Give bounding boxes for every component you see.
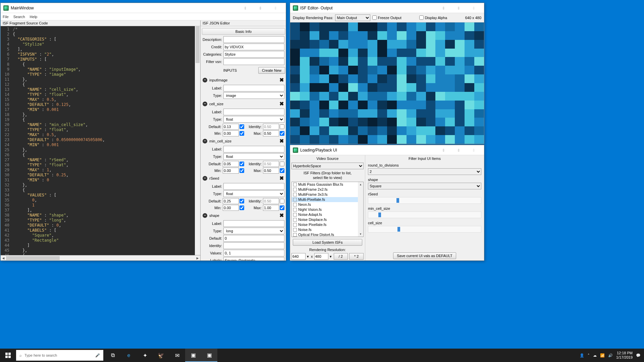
param-identity-input[interactable] xyxy=(263,198,279,204)
maximize-button[interactable]:  xyxy=(451,145,466,155)
param-cellsize-slider[interactable] xyxy=(368,226,481,233)
filter-vsn-input[interactable] xyxy=(223,58,284,65)
menu-help[interactable]: Help xyxy=(30,15,38,19)
filter-list-item[interactable]: Optical Flow Distort.fs xyxy=(292,232,358,237)
filter-checkbox[interactable] xyxy=(293,193,297,196)
param-default-check[interactable] xyxy=(239,199,244,203)
search-box[interactable]: ⌕ Type here to search 🎤 xyxy=(16,350,103,361)
filter-list-scrollbar[interactable]: ▲▼ xyxy=(358,182,363,237)
load-system-isfs-button[interactable]: Load System ISFs xyxy=(293,239,362,246)
onedrive-icon[interactable]: ☁ xyxy=(593,353,597,358)
param-default-check[interactable] xyxy=(239,124,244,129)
param-type-select[interactable]: float xyxy=(223,153,284,160)
param-values-input[interactable] xyxy=(223,250,284,256)
maximize-button[interactable]:  xyxy=(451,3,466,13)
param-max-check[interactable] xyxy=(280,168,284,173)
res-height-input[interactable] xyxy=(314,253,328,260)
filter-checkbox[interactable] xyxy=(293,228,297,232)
filter-list-item[interactable]: Night Vision.fs xyxy=(292,207,358,212)
param-default-input[interactable] xyxy=(223,198,239,204)
start-button[interactable] xyxy=(0,349,16,362)
collapse-icon[interactable]: − xyxy=(203,78,207,82)
categories-input[interactable] xyxy=(223,51,284,58)
param-type-select[interactable]: float xyxy=(223,190,284,197)
filter-list-item[interactable]: Neon.fs xyxy=(292,202,358,207)
filter-checkbox[interactable] xyxy=(293,208,297,212)
param-min-input[interactable] xyxy=(223,205,239,211)
param-default-input[interactable] xyxy=(223,161,239,167)
maximize-button[interactable]:  xyxy=(253,3,268,13)
filter-checkbox[interactable] xyxy=(293,213,297,217)
filter-list[interactable]: Multi Pass Gaussian Blur.fsMultiFrame 2x… xyxy=(291,182,364,237)
main-titlebar[interactable]: MainWindow    xyxy=(1,3,286,13)
taskbar-edge[interactable]: ｅ xyxy=(121,349,137,362)
video-source-select[interactable]: HyperbolicSpace xyxy=(291,163,364,169)
filter-checkbox[interactable] xyxy=(293,203,297,206)
clock[interactable]: 12:18 PM1/17/2019 xyxy=(616,351,633,360)
menu-search[interactable]: Search xyxy=(13,15,25,19)
param-min-check[interactable] xyxy=(239,131,244,136)
param-label-input[interactable] xyxy=(223,183,284,190)
filter-list-item[interactable]: Multi-Pixellate.fs xyxy=(292,197,358,202)
param-shape-select[interactable]: Square xyxy=(368,183,481,189)
param-default-check[interactable] xyxy=(239,162,244,166)
param-min-check[interactable] xyxy=(239,205,244,210)
minimize-button[interactable]:  xyxy=(436,145,451,155)
collapse-icon[interactable]: − xyxy=(203,102,207,106)
param-max-input[interactable] xyxy=(263,168,279,174)
param-identity-check[interactable] xyxy=(280,124,284,129)
loading-titlebar[interactable]: Loading/Playback UI    xyxy=(290,145,484,155)
param-label-input[interactable] xyxy=(223,146,284,153)
mic-icon[interactable]: 🎤 xyxy=(95,353,100,358)
param-identity-input[interactable] xyxy=(223,242,284,249)
taskbar-mail[interactable]: ✉ xyxy=(169,349,185,362)
param-mincell-slider[interactable] xyxy=(368,212,481,218)
freeze-checkbox[interactable] xyxy=(372,15,377,20)
delete-icon[interactable]: ✖ xyxy=(278,138,284,144)
collapse-icon[interactable]: − xyxy=(203,176,207,181)
code-editor[interactable]: /* { "CATEGORIES" : [ "Stylize" ], "ISFV… xyxy=(11,26,195,255)
alpha-checkbox[interactable] xyxy=(419,15,424,20)
close-button[interactable]:  xyxy=(268,3,283,13)
menu-file[interactable]: File xyxy=(3,15,9,19)
res-width-input[interactable] xyxy=(291,253,306,260)
param-labels-input[interactable] xyxy=(223,257,284,260)
param-label-input[interactable] xyxy=(223,220,284,227)
filter-list-item[interactable]: Noise Adapt.fs xyxy=(292,212,358,217)
description-input[interactable] xyxy=(223,36,284,43)
param-round-select[interactable]: 2 xyxy=(368,168,481,175)
rendering-pass-select[interactable]: Main Output xyxy=(335,14,370,21)
filter-checkbox[interactable] xyxy=(293,223,297,227)
res-half-button[interactable]: / 2 xyxy=(334,253,348,260)
delete-icon[interactable]: ✖ xyxy=(278,175,284,181)
param-identity-check[interactable] xyxy=(280,199,284,203)
param-min-input[interactable] xyxy=(223,130,239,136)
freeze-output[interactable]: Freeze Output xyxy=(372,15,401,20)
filter-checkbox[interactable] xyxy=(293,233,297,237)
param-min-check[interactable] xyxy=(239,168,244,173)
credit-input[interactable] xyxy=(223,44,284,50)
taskbar-app-1[interactable]: ✦ xyxy=(137,349,153,362)
code-vscrollbar[interactable] xyxy=(195,26,200,255)
filter-list-item[interactable]: Noise Pixellate.fs xyxy=(292,222,358,227)
param-type-select[interactable]: image xyxy=(223,92,284,99)
collapse-icon[interactable]: − xyxy=(203,139,207,143)
taskbar-isf-editor[interactable]: ▣ xyxy=(185,349,201,362)
param-min-input[interactable] xyxy=(223,168,239,174)
filter-checkbox[interactable] xyxy=(293,183,297,186)
delete-icon[interactable]: ✖ xyxy=(278,77,284,83)
filter-list-item[interactable]: MultiFrame 3x3.fs xyxy=(292,192,358,197)
param-identity-input[interactable] xyxy=(263,161,279,167)
param-label-input[interactable] xyxy=(223,109,284,115)
tray-chevron-icon[interactable]: ˄ xyxy=(588,353,590,358)
param-max-check[interactable] xyxy=(280,205,284,210)
volume-icon[interactable]: 🔊 xyxy=(608,353,613,358)
res-double-button[interactable]: * 2 xyxy=(349,253,364,260)
param-identity-check[interactable] xyxy=(280,162,284,166)
display-alpha[interactable]: Display Alpha xyxy=(419,15,447,20)
save-defaults-button[interactable]: Save current UI vals as DEFAULT xyxy=(393,252,456,259)
system-tray[interactable]: 👤 ˄ ☁ 📶 🔊 12:18 PM1/17/2019 💬 xyxy=(576,351,644,360)
filter-list-item[interactable]: MultiFrame 2x2.fs xyxy=(292,187,358,192)
create-new-button[interactable]: Create New xyxy=(258,67,285,74)
close-button[interactable]:  xyxy=(466,145,481,155)
